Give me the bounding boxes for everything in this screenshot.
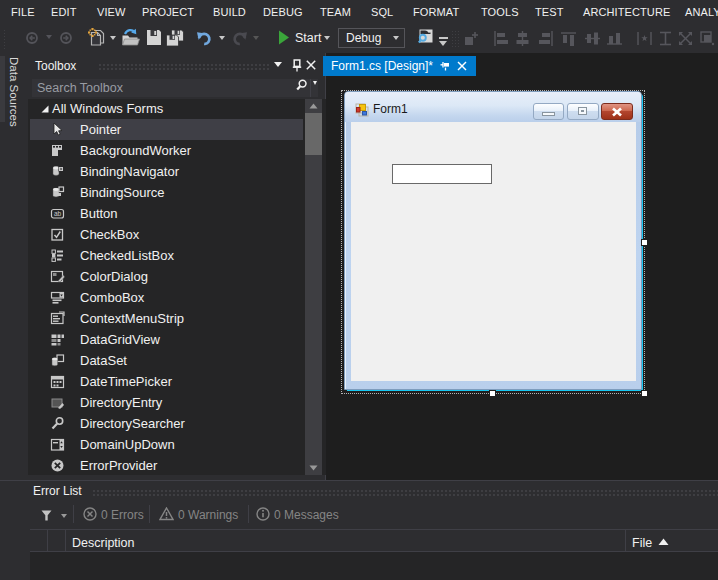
svg-text:ab: ab — [54, 210, 62, 217]
